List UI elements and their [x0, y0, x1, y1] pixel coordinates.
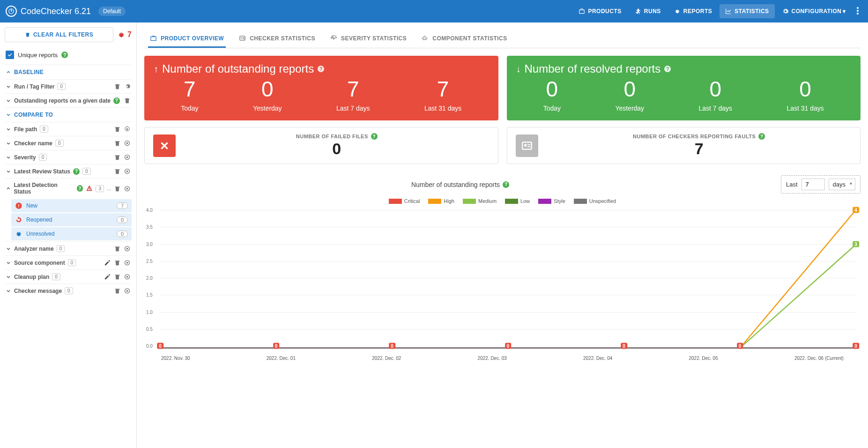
help-icon[interactable]: ?	[503, 181, 509, 188]
trash-icon[interactable]	[114, 140, 121, 147]
trash-icon[interactable]	[114, 168, 121, 175]
nav-configuration[interactable]: CONFIGURATION ▾	[777, 4, 851, 18]
svg-point-23	[126, 290, 128, 292]
logo-icon	[6, 6, 17, 17]
nav-runs[interactable]: RUNS	[629, 4, 667, 18]
card-resolved-reports: ↓ Number of resolved reports ? 0Today 0Y…	[507, 56, 861, 120]
help-icon[interactable]: ?	[73, 168, 80, 175]
chevron-down-icon	[6, 260, 11, 266]
trash-icon[interactable]	[114, 245, 121, 252]
filter-file-path[interactable]: File path 0	[5, 122, 132, 136]
trash-icon[interactable]	[114, 185, 121, 192]
badge-icon	[239, 35, 246, 42]
menu-dots[interactable]	[853, 3, 862, 20]
gear-icon[interactable]	[124, 259, 131, 266]
nav-statistics[interactable]: STATISTICS	[720, 4, 774, 18]
product-chip[interactable]: Default	[98, 7, 126, 16]
svg-rect-1	[579, 10, 585, 14]
pencil-icon[interactable]	[104, 273, 111, 280]
svg-point-26	[241, 37, 243, 39]
gear-icon[interactable]	[124, 126, 131, 133]
tab-product-overview[interactable]: PRODUCT OVERVIEW	[148, 30, 226, 48]
section-compare-to[interactable]: COMPARE TO	[5, 107, 132, 122]
gear-icon[interactable]	[124, 273, 131, 280]
help-icon[interactable]: ?	[61, 52, 68, 58]
trash-icon[interactable]	[114, 273, 121, 280]
trash-icon[interactable]	[114, 83, 121, 90]
app-header: CodeChecker 6.21 Default PRODUCTS RUNS R…	[0, 0, 868, 22]
gear-icon[interactable]	[124, 245, 131, 252]
filter-latest-review[interactable]: Latest Review Status ? 0	[5, 164, 132, 178]
trash-icon[interactable]	[124, 97, 131, 104]
x-icon	[153, 134, 176, 157]
chevron-down-icon	[6, 127, 11, 132]
status-reopened[interactable]: Reopened 0	[11, 213, 132, 226]
stats-tabs: PRODUCT OVERVIEW CHECKER STATISTICS SEVE…	[144, 30, 861, 48]
filter-outstanding-date[interactable]: Outstanding reports on a given date ?	[5, 93, 132, 107]
filter-analyzer-name[interactable]: Analyzer name 0	[5, 241, 132, 255]
gear-icon[interactable]	[124, 287, 131, 294]
reopen-icon	[15, 216, 22, 224]
trash-icon[interactable]	[114, 126, 121, 133]
filter-run-tag[interactable]: Run / Tag Filter 0	[5, 79, 132, 93]
svg-point-8	[126, 142, 128, 144]
gear-icon[interactable]	[124, 140, 131, 147]
range-value-input[interactable]	[801, 179, 825, 190]
bug-icon	[674, 8, 681, 15]
status-new[interactable]: New 7	[11, 199, 132, 212]
trash-icon[interactable]	[114, 154, 121, 161]
trash-icon[interactable]	[114, 287, 121, 294]
help-icon[interactable]: ?	[113, 97, 120, 104]
help-icon[interactable]: ?	[664, 66, 671, 72]
card-outstanding-reports: ↑ Number of outstanding reports ? 7Today…	[144, 56, 498, 120]
filter-cleanup-plan[interactable]: Cleanup plan 0	[5, 269, 132, 284]
checkbox-checked-icon[interactable]	[6, 51, 14, 59]
filter-checker-message[interactable]: Checker message 0	[5, 284, 132, 298]
chevron-down-icon	[6, 288, 11, 294]
help-icon[interactable]: ?	[77, 185, 83, 192]
legend-style[interactable]: Style	[538, 198, 565, 204]
bug-icon	[117, 30, 126, 39]
warning-icon	[86, 185, 93, 192]
tab-checker-statistics[interactable]: CHECKER STATISTICS	[237, 30, 317, 48]
trash-icon[interactable]	[114, 259, 121, 266]
bug-icon	[15, 230, 22, 238]
nav-products[interactable]: PRODUCTS	[573, 4, 627, 18]
gear-icon[interactable]	[124, 168, 131, 175]
trash-icon	[25, 32, 30, 37]
filter-latest-detection[interactable]: Latest Detection Status ? 3 ...	[5, 178, 132, 198]
status-unresolved[interactable]: Unresolved 0	[11, 227, 132, 240]
legend-low[interactable]: Low	[505, 198, 530, 204]
chart-x-axis: 2022. Nov. 302022. Dec. 012022. Dec. 022…	[161, 356, 844, 361]
legend-high[interactable]: High	[428, 198, 454, 204]
logo-group[interactable]: CodeChecker 6.21 Default	[6, 6, 126, 17]
main-content: PRODUCT OVERVIEW CHECKER STATISTICS SEVE…	[137, 22, 868, 448]
section-baseline[interactable]: BASELINE	[5, 65, 132, 79]
legend-medium[interactable]: Medium	[463, 198, 497, 204]
legend-critical[interactable]: Critical	[389, 198, 420, 204]
chevron-down-icon	[6, 98, 11, 104]
svg-point-4	[857, 10, 859, 12]
legend-unspecified[interactable]: Unspecified	[574, 198, 616, 204]
clear-all-filters-button[interactable]: CLEAR ALL FILTERS	[5, 27, 113, 42]
gear-icon[interactable]	[124, 83, 131, 90]
help-icon[interactable]: ?	[318, 66, 324, 72]
unique-reports-checkbox-row[interactable]: Unique reports ?	[5, 48, 132, 62]
unique-reports-label: Unique reports	[18, 52, 58, 59]
chart-title: Number of outstanding reports ?	[144, 181, 776, 188]
run-icon	[635, 8, 641, 15]
filter-severity[interactable]: Severity 0	[5, 150, 132, 164]
filter-source-component[interactable]: Source component 0	[5, 255, 132, 269]
pencil-icon[interactable]	[104, 259, 111, 266]
range-unit-select[interactable]: days	[829, 179, 855, 190]
gear-icon[interactable]	[124, 185, 131, 192]
nav-reports[interactable]: REPORTS	[668, 4, 718, 18]
help-icon[interactable]: ?	[758, 133, 765, 140]
help-icon[interactable]: ?	[371, 133, 378, 140]
tab-severity-statistics[interactable]: SEVERITY STATISTICS	[328, 30, 408, 48]
svg-point-28	[524, 144, 527, 146]
arrow-up-icon: ↑	[154, 64, 158, 75]
gear-icon[interactable]	[124, 154, 131, 161]
filter-checker-name[interactable]: Checker name 0	[5, 136, 132, 150]
tab-component-statistics[interactable]: COMPONENT STATISTICS	[420, 30, 509, 48]
